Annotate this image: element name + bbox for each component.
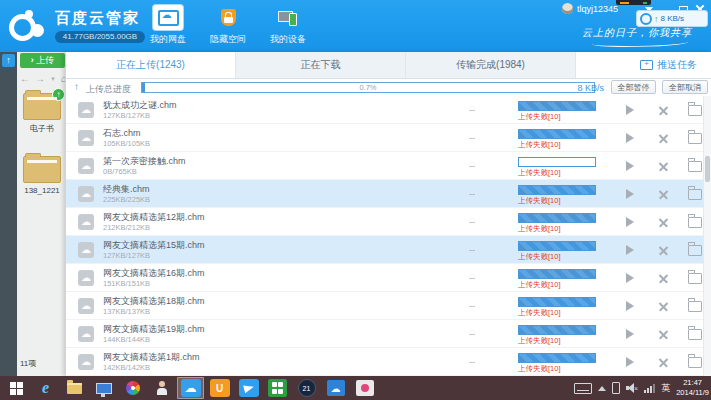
volume-muted-icon[interactable]: × <box>626 383 638 393</box>
network-signal-icon[interactable] <box>644 383 655 393</box>
pause-all-button[interactable]: 全部暂停 <box>611 80 656 94</box>
widget-speed: 8 KB/s <box>661 14 685 23</box>
remove-icon[interactable] <box>658 301 669 312</box>
open-folder-icon[interactable] <box>688 273 702 284</box>
scrollbar-thumb[interactable] <box>705 156 710 182</box>
remove-icon[interactable] <box>658 133 669 144</box>
contacts-icon[interactable] <box>148 377 175 399</box>
upload-button[interactable]: 上传 <box>20 53 65 68</box>
upload-list-item[interactable]: 犹太成功之谜.chm 127KB/127KB -- 上传失败[10] <box>66 96 704 124</box>
battery-icon[interactable] <box>612 382 620 394</box>
forward-arrow-icon[interactable]: → <box>35 74 45 84</box>
folder-ebooks[interactable]: 电子书 <box>20 93 64 134</box>
folder-icon <box>23 93 61 120</box>
cancel-all-button[interactable]: 全部取消 <box>662 80 708 94</box>
remove-icon[interactable] <box>658 105 669 116</box>
upload-list-item[interactable]: 网友文摘精选第12期.chm 212KB/212KB -- 上传失败[10] <box>66 208 704 236</box>
hidden-icons-arrow[interactable] <box>598 386 606 391</box>
open-folder-icon[interactable] <box>688 105 702 116</box>
user-account[interactable]: tlqyj12345 <box>562 3 618 14</box>
remove-icon[interactable] <box>658 245 669 256</box>
upload-list-item[interactable]: 经典集.chm 225KB/225KB -- 上传失败[10] <box>66 180 704 208</box>
tray-time: 21:47 <box>676 378 709 388</box>
resume-icon[interactable] <box>626 301 634 311</box>
scrollbar[interactable] <box>703 96 711 376</box>
upload-list-item[interactable]: 网友文摘精选第16期.chm 151KB/151KB -- 上传失败[10] <box>66 264 704 292</box>
remove-icon[interactable] <box>658 189 669 200</box>
nav-item-netdisk[interactable]: 我的网盘 <box>144 5 192 46</box>
nav-item-hidden-space[interactable]: 隐藏空间 <box>204 5 252 46</box>
media-player-icon[interactable] <box>351 377 378 399</box>
resume-icon[interactable] <box>626 245 634 255</box>
baidu-cloud-logo-icon <box>8 7 48 45</box>
baidu-cloud-taskbar-icon[interactable]: ☁ <box>177 377 204 399</box>
file-size: 151KB/151KB <box>103 279 150 288</box>
resume-icon[interactable] <box>626 105 634 115</box>
media-pinwheel-icon[interactable] <box>119 377 146 399</box>
nav-item-devices[interactable]: 我的设备 <box>264 5 312 46</box>
tab-uploading[interactable]: 正在上传(1243) <box>66 52 236 78</box>
nav-label: 隐藏空间 <box>204 33 252 46</box>
touch-keyboard-icon[interactable] <box>574 383 592 394</box>
upload-list-item[interactable]: 网友文摘精选第18期.chm 137KB/137KB -- 上传失败[10] <box>66 292 704 320</box>
transfer-panel: 正在上传(1243) 正在下载 传输完成(1984) 推送任务 ↑ 上传总进度 … <box>65 52 711 376</box>
resume-icon[interactable] <box>626 217 634 227</box>
row-progress-bar <box>518 157 596 167</box>
open-folder-icon[interactable] <box>688 329 702 340</box>
remove-icon[interactable] <box>658 329 669 340</box>
uc-browser-icon[interactable]: U <box>206 377 233 399</box>
xunlei-icon[interactable] <box>235 377 262 399</box>
resume-icon[interactable] <box>626 329 634 339</box>
tab-completed[interactable]: 传输完成(1984) <box>406 52 576 78</box>
history-caret-icon[interactable]: ▼ <box>50 76 56 82</box>
upload-list-item[interactable]: 第一次亲密接触.chm 0B/765KB -- 上传失败[10] <box>66 152 704 180</box>
resume-icon[interactable] <box>626 161 634 171</box>
start-button[interactable] <box>3 377 30 399</box>
tab-downloading[interactable]: 正在下载 <box>236 52 406 78</box>
upload-list-item[interactable]: 网友文摘精选第19期.chm 144KB/144KB -- 上传失败[10] <box>66 320 704 348</box>
ie-browser-icon[interactable]: e <box>32 377 59 399</box>
clock[interactable]: 21:47 2014/11/9 <box>676 378 709 398</box>
resume-icon[interactable] <box>626 189 634 199</box>
row-progress-bar <box>518 185 596 195</box>
open-folder-icon[interactable] <box>688 357 702 368</box>
remove-icon[interactable] <box>658 273 669 284</box>
resume-icon[interactable] <box>626 273 634 283</box>
nav-label: 我的网盘 <box>144 33 192 46</box>
remove-icon[interactable] <box>658 161 669 172</box>
back-arrow-icon[interactable]: ← <box>20 74 30 84</box>
open-folder-icon[interactable] <box>688 301 702 312</box>
upload-category-icon[interactable] <box>2 54 15 67</box>
upload-list-item[interactable]: 网友文摘精选第15期.chm 127KB/127KB -- 上传失败[10] <box>66 236 704 264</box>
floating-speed-widget[interactable]: ↑ 8 KB/s <box>636 10 708 27</box>
row-progress-bar <box>518 325 596 335</box>
upload-list-item[interactable]: 石志.chm 105KB/105KB -- 上传失败[10] <box>66 124 704 152</box>
remove-icon[interactable] <box>658 217 669 228</box>
row-speed: -- <box>469 133 475 143</box>
cloud-app-icon[interactable]: ☁ <box>322 377 349 399</box>
system-tray: × 英 21:47 2014/11/9 <box>574 378 711 398</box>
folder-138-1221[interactable]: 138_1221 <box>20 156 64 195</box>
store-icon[interactable] <box>264 377 291 399</box>
file-size: 212KB/212KB <box>103 223 150 232</box>
remove-icon[interactable] <box>658 357 669 368</box>
push-task-link[interactable]: 推送任务 <box>657 58 697 72</box>
display-settings-icon[interactable] <box>90 377 117 399</box>
open-folder-icon[interactable] <box>688 133 702 144</box>
clock-badge-icon[interactable]: 21 <box>293 377 320 399</box>
file-explorer-icon[interactable] <box>61 377 88 399</box>
resume-icon[interactable] <box>626 357 634 367</box>
open-folder-icon[interactable] <box>688 245 702 256</box>
upload-status: 上传失败[10] <box>518 252 561 262</box>
open-folder-icon[interactable] <box>688 189 702 200</box>
resume-icon[interactable] <box>626 133 634 143</box>
row-progress-fill <box>519 242 595 250</box>
file-size: 225KB/225KB <box>103 195 150 204</box>
uploading-badge-icon <box>52 88 65 101</box>
upload-list-item[interactable]: 网友文摘精选第1期.chm 142KB/142KB -- 上传失败[10] <box>66 348 704 376</box>
open-folder-icon[interactable] <box>688 161 702 172</box>
devices-icon <box>273 5 303 30</box>
input-language[interactable]: 英 <box>661 382 670 395</box>
open-folder-icon[interactable] <box>688 217 702 228</box>
row-speed: -- <box>469 245 475 255</box>
